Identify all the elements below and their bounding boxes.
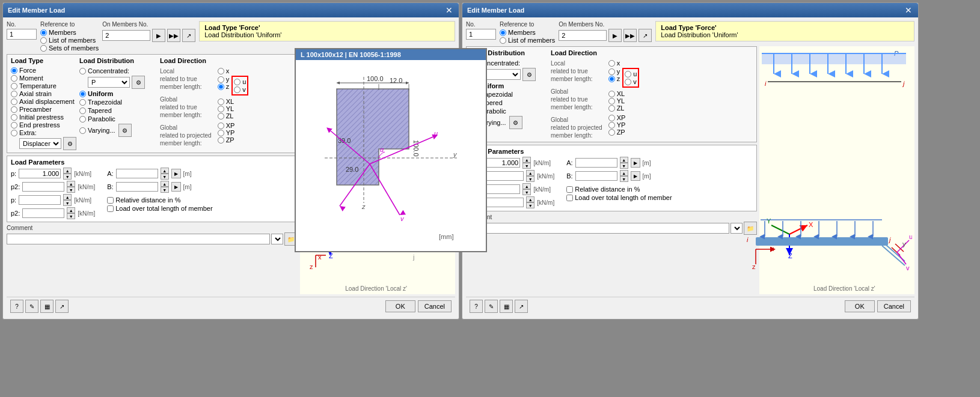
dir-v-radio[interactable] [234, 86, 240, 93]
comment-dropdown[interactable] [271, 234, 283, 244]
d2-comment-dropdown[interactable] [730, 223, 743, 234]
dir-z-radio[interactable] [218, 83, 224, 90]
ref-list-radio[interactable] [40, 37, 47, 44]
d2-dir-XP-radio[interactable] [608, 115, 615, 121]
ld-parabolic-radio[interactable] [79, 116, 86, 123]
p1-up-btn[interactable]: ▲ [63, 168, 72, 174]
dialog1-close-button[interactable]: ✕ [444, 5, 454, 15]
d2-p1-down-btn[interactable]: ▼ [522, 163, 531, 169]
d2-p2-input[interactable] [482, 171, 524, 181]
d2-members-icon-btn1[interactable]: ▶ [608, 29, 622, 42]
d2-A-icon-btn[interactable]: ▶ [631, 158, 640, 168]
relative-dist-check[interactable] [107, 197, 114, 204]
B-down-btn[interactable]: ▼ [161, 187, 169, 193]
d2-ref-members-radio[interactable] [500, 29, 506, 36]
cancel-btn-d2[interactable]: Cancel [877, 300, 911, 312]
d2-p3-up-btn[interactable]: ▲ [522, 183, 531, 189]
d2-dir-y-radio[interactable] [608, 68, 615, 75]
d2-members-icon-btn3[interactable]: ↗ [639, 29, 652, 42]
dir-u-radio[interactable] [234, 79, 240, 85]
d2-A-input[interactable] [575, 158, 617, 168]
d2-B-down-btn[interactable]: ▼ [620, 176, 628, 182]
edit-btn-d1[interactable]: ✎ [25, 300, 38, 313]
ref-sets-radio[interactable] [40, 45, 47, 52]
comment-input[interactable] [7, 234, 270, 244]
p2-down-btn[interactable]: ▼ [67, 187, 75, 193]
d2-dist-p-icon-btn[interactable]: ⚙ [522, 68, 536, 81]
B-up-btn[interactable]: ▲ [161, 181, 169, 187]
d2-dir-x-radio[interactable] [608, 60, 615, 67]
cancel-btn-d1[interactable]: Cancel [418, 300, 452, 312]
d2-ref-list-radio[interactable] [500, 37, 506, 44]
d2-p4-up-btn[interactable]: ▲ [526, 196, 534, 202]
extra-select[interactable]: Displacement [19, 138, 61, 149]
ld-concentrated-radio[interactable] [79, 68, 86, 74]
members-icon-btn2[interactable]: ▶▶ [167, 29, 180, 42]
lt-moment-radio[interactable] [11, 75, 17, 82]
d2-dir-u-radio[interactable] [625, 71, 631, 77]
d2-dir-ZL-radio[interactable] [608, 105, 615, 112]
B-input[interactable] [116, 182, 158, 192]
d2-A-up-btn[interactable]: ▲ [620, 157, 628, 163]
dist-p-icon-btn[interactable]: ⚙ [132, 76, 145, 89]
dir-XL-radio[interactable] [218, 98, 224, 105]
p1-input[interactable] [19, 169, 61, 178]
dialog2-close-button[interactable]: ✕ [904, 5, 913, 15]
members-icon-btn3[interactable]: ↗ [182, 29, 195, 42]
dir-YL-radio[interactable] [218, 106, 224, 112]
ld-trapezoidal-radio[interactable] [79, 99, 86, 106]
dir-ZP-radio[interactable] [218, 137, 224, 144]
A-down-btn[interactable]: ▼ [161, 174, 169, 180]
ld-uniform-radio[interactable] [79, 91, 86, 97]
lt-initial-radio[interactable] [11, 114, 17, 121]
B-icon-btn[interactable]: ▶ [171, 182, 181, 192]
dir-ZL-radio[interactable] [218, 113, 224, 120]
d2-dir-ZP-radio[interactable] [608, 129, 615, 136]
d2-p4-input[interactable] [482, 198, 524, 207]
p2-up-btn[interactable]: ▲ [67, 181, 75, 187]
load-over-total-check[interactable] [107, 205, 114, 212]
A-icon-btn[interactable]: ▶ [171, 169, 181, 178]
A-up-btn[interactable]: ▲ [161, 168, 169, 174]
ok-btn-d1[interactable]: OK [385, 300, 415, 312]
dir-YP-radio[interactable] [218, 130, 224, 136]
d2-comment-input[interactable] [466, 223, 729, 234]
d2-B-icon-btn[interactable]: ▶ [631, 171, 640, 181]
d2-p4-down-btn[interactable]: ▼ [526, 202, 534, 208]
table-btn-d2[interactable]: ▦ [500, 300, 513, 313]
d2-load-over-total-check[interactable] [566, 195, 573, 201]
table-btn-d1[interactable]: ▦ [40, 300, 54, 313]
d2-dir-XL-radio[interactable] [608, 91, 615, 97]
p4-input[interactable] [22, 208, 64, 218]
lt-end-radio[interactable] [11, 122, 17, 129]
d2-B-up-btn[interactable]: ▲ [620, 170, 628, 176]
p2-input[interactable] [22, 182, 64, 192]
d2-p2-up-btn[interactable]: ▲ [526, 170, 534, 176]
lt-precamber-radio[interactable] [11, 106, 17, 113]
on-members-input[interactable] [102, 30, 150, 41]
ok-btn-d2[interactable]: OK [845, 300, 875, 312]
d2-on-members-input[interactable] [559, 30, 607, 41]
extra-icon-btn[interactable]: ⚙ [63, 137, 76, 150]
p4-down-btn[interactable]: ▼ [67, 213, 75, 219]
dir-XP-radio[interactable] [218, 123, 224, 129]
ld-varying-radio[interactable] [79, 127, 86, 134]
members-icon-btn1[interactable]: ▶ [152, 29, 165, 42]
d2-varying-icon-btn[interactable]: ⚙ [509, 116, 522, 129]
d2-dir-z-radio[interactable] [608, 76, 615, 82]
p3-input[interactable] [19, 195, 61, 205]
d2-relative-dist-check[interactable] [566, 186, 573, 193]
dist-p-select[interactable]: P [88, 77, 130, 88]
d2-dir-v-radio[interactable] [625, 79, 631, 85]
d2-A-down-btn[interactable]: ▼ [620, 163, 628, 169]
export-btn-d2[interactable]: ↗ [515, 300, 528, 313]
p3-down-btn[interactable]: ▼ [63, 200, 72, 206]
dir-x-radio[interactable] [218, 68, 224, 74]
edit-btn-d2[interactable]: ✎ [485, 300, 498, 313]
p3-up-btn[interactable]: ▲ [63, 194, 72, 200]
lt-axialdisp-radio[interactable] [11, 98, 17, 105]
d2-p3-down-btn[interactable]: ▼ [522, 189, 531, 195]
ld-tapered-radio[interactable] [79, 108, 86, 114]
lt-force-radio[interactable] [11, 67, 17, 74]
d2-p1-up-btn[interactable]: ▲ [522, 157, 531, 163]
